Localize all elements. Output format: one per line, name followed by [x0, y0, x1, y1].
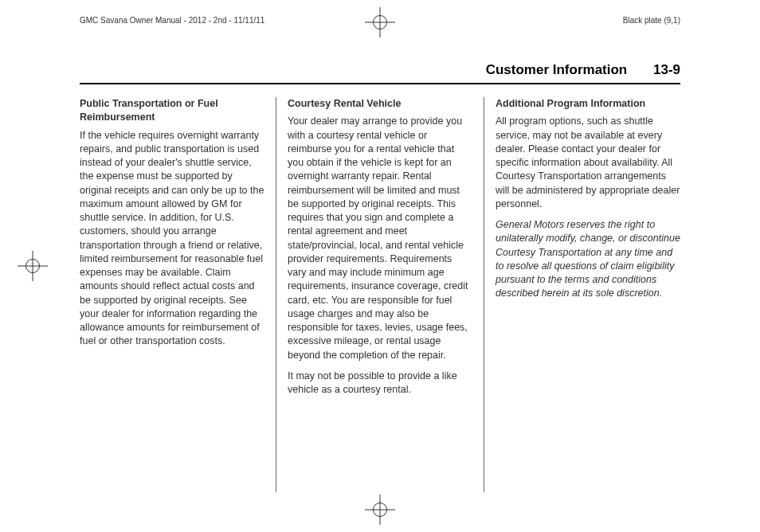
plate-info: Black plate (9,1): [623, 16, 680, 25]
body-text: All program options, such as shuttle ser…: [496, 115, 680, 211]
body-text: If the vehicle requires overnight warran…: [80, 129, 264, 349]
content-columns: Public Transportation or Fuel Reimbursem…: [80, 97, 680, 492]
body-text: It may not be possible to provide a like…: [288, 370, 472, 397]
registration-mark-left-icon: [22, 256, 43, 276]
section-heading: Public Transportation or Fuel Reimbursem…: [80, 97, 264, 125]
section-heading: Additional Program Information: [496, 97, 680, 111]
body-text: Your dealer may arrange to provide you w…: [288, 115, 472, 362]
column-1: Public Transportation or Fuel Reimbursem…: [80, 97, 276, 492]
page-number: 13-9: [653, 62, 680, 77]
registration-mark-top-icon: [370, 12, 390, 33]
column-2: Courtesy Rental Vehicle Your dealer may …: [276, 97, 484, 492]
page-header: Customer Information 13-9: [80, 62, 680, 84]
registration-mark-bottom-icon: [370, 499, 390, 520]
section-heading: Courtesy Rental Vehicle: [288, 97, 472, 111]
chapter-title: Customer Information: [486, 62, 628, 77]
body-text-italic: General Motors reserves the right to uni…: [496, 218, 680, 301]
manual-info: GMC Savana Owner Manual - 2012 - 2nd - 1…: [80, 16, 264, 25]
column-3: Additional Program Information All progr…: [484, 97, 680, 492]
